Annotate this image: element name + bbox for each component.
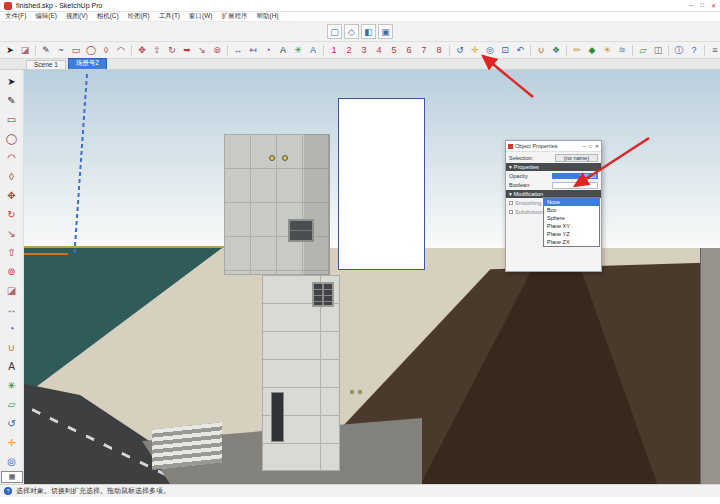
- instructor-icon[interactable]: ?: [687, 43, 701, 57]
- dropdown-option[interactable]: Plane ZX: [544, 238, 599, 246]
- tray-toggle[interactable]: ▦: [1, 471, 23, 483]
- textured-mode-button[interactable]: ▣: [378, 24, 393, 39]
- orbit-tool[interactable]: ↺: [453, 43, 467, 57]
- dialog-maximize-button[interactable]: □: [589, 143, 592, 149]
- text-tool[interactable]: A: [276, 43, 290, 57]
- styles-pencil-icon[interactable]: ✏: [570, 43, 584, 57]
- menu-item[interactable]: 视图(V): [66, 12, 88, 21]
- tape-measure-tool[interactable]: ↔: [2, 300, 22, 319]
- rotate-tool[interactable]: ↻: [2, 205, 22, 224]
- arc-tool[interactable]: ◠: [2, 148, 22, 167]
- move-tool[interactable]: ✥: [2, 186, 22, 205]
- rectangle-tool[interactable]: ▭: [2, 110, 22, 129]
- white-plane-face[interactable]: [338, 98, 425, 270]
- section-plane-tool[interactable]: ▱: [2, 395, 22, 414]
- axes-tool[interactable]: ✳: [291, 43, 305, 57]
- scene-tab[interactable]: Scene 1: [26, 60, 66, 69]
- zoom-tool[interactable]: ◎: [2, 452, 22, 471]
- scale-tool[interactable]: ↘: [195, 43, 209, 57]
- scene-1-button[interactable]: 1: [327, 43, 341, 57]
- protractor-tool[interactable]: ◔: [261, 43, 275, 57]
- eraser-tool[interactable]: ◪: [2, 281, 22, 300]
- selection-name-button[interactable]: (no name): [555, 154, 598, 162]
- x-ray-mode-button[interactable]: ▢: [327, 24, 342, 39]
- help-geo-icon[interactable]: ?: [4, 487, 12, 495]
- eraser-tool[interactable]: ◪: [18, 43, 32, 57]
- close-button[interactable]: ✕: [711, 2, 716, 9]
- scene-3-button[interactable]: 3: [357, 43, 371, 57]
- scale-tool[interactable]: ↘: [2, 224, 22, 243]
- scene-5-button[interactable]: 5: [387, 43, 401, 57]
- tape-measure-tool[interactable]: ↔: [231, 43, 245, 57]
- menu-item[interactable]: 绘图(R): [128, 12, 150, 21]
- shadows-icon[interactable]: ☀: [600, 43, 614, 57]
- text-tool[interactable]: A: [2, 357, 22, 376]
- axes-tool[interactable]: ✳: [2, 376, 22, 395]
- wireframe-mode-button[interactable]: ◇: [344, 24, 359, 39]
- dropdown-option[interactable]: Box: [544, 206, 599, 214]
- rotate-tool[interactable]: ↻: [165, 43, 179, 57]
- scene-4-button[interactable]: 4: [372, 43, 386, 57]
- dropdown-option[interactable]: Plane YZ: [544, 230, 599, 238]
- scene-6-button[interactable]: 6: [402, 43, 416, 57]
- line-tool[interactable]: ✎: [2, 91, 22, 110]
- dimension-tool[interactable]: ↤: [246, 43, 260, 57]
- freehand-tool[interactable]: ~: [54, 43, 68, 57]
- menu-item[interactable]: 相机(C): [97, 12, 119, 21]
- orbit-tool[interactable]: ↺: [2, 414, 22, 433]
- layers-icon[interactable]: ≡: [708, 43, 720, 57]
- move-tool[interactable]: ✥: [135, 43, 149, 57]
- section-fill-icon[interactable]: ◫: [651, 43, 665, 57]
- minimize-button[interactable]: ─: [689, 2, 693, 9]
- follow-me-tool[interactable]: ➥: [180, 43, 194, 57]
- smoothing-checkbox[interactable]: [509, 201, 513, 205]
- dropdown-option[interactable]: Sphere: [544, 214, 599, 222]
- fog-icon[interactable]: ≋: [615, 43, 629, 57]
- opacity-value-field[interactable]: 100.00: [552, 173, 598, 179]
- scene-2-button[interactable]: 2: [342, 43, 356, 57]
- menu-item[interactable]: 文件(F): [5, 12, 26, 21]
- pan-tool[interactable]: ✛: [2, 433, 22, 452]
- dialog-minimize-button[interactable]: ─: [582, 143, 586, 149]
- subdivision-checkbox[interactable]: [509, 210, 513, 214]
- maximize-button[interactable]: □: [700, 2, 704, 9]
- paint-bucket-tool[interactable]: ∪: [534, 43, 548, 57]
- push-pull-tool[interactable]: ⇧: [150, 43, 164, 57]
- boolean-value-field[interactable]: [552, 182, 598, 189]
- menu-item[interactable]: 帮助(H): [257, 12, 279, 21]
- line-tool[interactable]: ✎: [39, 43, 53, 57]
- paint-bucket-tool[interactable]: ∪: [2, 338, 22, 357]
- menu-item[interactable]: 工具(T): [159, 12, 180, 21]
- polygon-tool[interactable]: ◊: [99, 43, 113, 57]
- arc-tool[interactable]: ◠: [114, 43, 128, 57]
- circle-tool[interactable]: ◯: [2, 129, 22, 148]
- select-tool[interactable]: ➤: [3, 43, 17, 57]
- menu-item[interactable]: 编辑(E): [35, 12, 57, 21]
- dropdown-option[interactable]: Plane XY: [544, 222, 599, 230]
- properties-section-header[interactable]: ▾ Properties: [506, 163, 601, 171]
- previous-view-tool[interactable]: ↶: [513, 43, 527, 57]
- menu-item[interactable]: 扩展程序: [222, 12, 248, 21]
- scene-tab[interactable]: 场景号2: [68, 58, 107, 69]
- push-pull-tool[interactable]: ⇧: [2, 243, 22, 262]
- pan-tool[interactable]: ✛: [468, 43, 482, 57]
- make-component-button[interactable]: ❖: [549, 43, 563, 57]
- offset-tool[interactable]: ⊚: [210, 43, 224, 57]
- 3d-text-tool[interactable]: A: [306, 43, 320, 57]
- select-tool[interactable]: ➤: [2, 72, 22, 91]
- scene-8-button[interactable]: 8: [432, 43, 446, 57]
- scene-7-button[interactable]: 7: [417, 43, 431, 57]
- dialog-titlebar[interactable]: Object Properties ─ □ ✕: [506, 141, 601, 152]
- 3d-viewport[interactable]: Object Properties ─ □ ✕ Selection: (no n…: [24, 70, 720, 484]
- offset-tool[interactable]: ⊚: [2, 262, 22, 281]
- dialog-close-button[interactable]: ✕: [595, 143, 599, 149]
- materials-icon[interactable]: ◆: [585, 43, 599, 57]
- circle-tool[interactable]: ◯: [84, 43, 98, 57]
- entity-info-icon[interactable]: ⓘ: [672, 43, 686, 57]
- shaded-mode-button[interactable]: ◧: [361, 24, 376, 39]
- protractor-tool[interactable]: ◔: [2, 319, 22, 338]
- dropdown-option[interactable]: None: [544, 198, 599, 206]
- zoom-tool[interactable]: ◎: [483, 43, 497, 57]
- polygon-tool[interactable]: ◊: [2, 167, 22, 186]
- zoom-extents-tool[interactable]: ⊡: [498, 43, 512, 57]
